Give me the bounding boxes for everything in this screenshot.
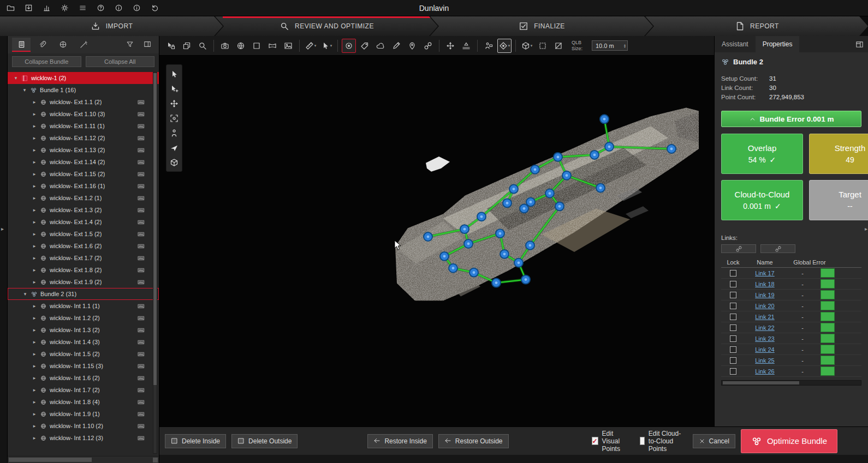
open-project-icon[interactable] (5, 3, 15, 13)
delete-inside-button[interactable]: Delete Inside (165, 434, 226, 448)
panel-toggle-icon[interactable] (140, 38, 154, 52)
caret-right-icon[interactable]: ▸ (32, 135, 37, 141)
lock-checkbox[interactable] (730, 324, 736, 331)
lock-checkbox[interactable] (730, 335, 736, 342)
limit-box-icon[interactable]: ▾ (520, 39, 534, 53)
filter-icon[interactable] (123, 38, 137, 52)
tree-row[interactable]: ▸wicklow- Int 1.10 (2) (8, 420, 159, 432)
tree-scrollbar-thumb[interactable] (153, 73, 157, 385)
tree-row[interactable]: ▸wicklow- Ext 1.15 (2) (8, 168, 159, 180)
qlb-stepper[interactable] (624, 44, 626, 48)
cancel-button[interactable]: Cancel (693, 434, 735, 448)
tree-row[interactable]: ▸wicklow- Ext 1.7 (2) (8, 252, 159, 264)
link-name[interactable]: Link 18 (755, 281, 774, 287)
undo-icon[interactable] (150, 3, 159, 13)
caret-right-icon[interactable]: ▸ (32, 339, 37, 345)
auto-link-icon[interactable] (421, 39, 435, 53)
panel-layout-icon[interactable] (851, 36, 868, 52)
caret-down-icon[interactable]: ▾ (22, 87, 27, 93)
create-link-button[interactable] (721, 244, 756, 253)
quality-tile-overlap[interactable]: Overlap54 %✓ (721, 134, 803, 174)
tree-row[interactable]: ▸wicklow- Int 1.15 (3) (8, 360, 159, 372)
viewport-3d[interactable] (159, 56, 714, 426)
pan-tool[interactable] (167, 96, 182, 111)
caret-right-icon[interactable]: ▸ (32, 159, 37, 165)
pano-capture-icon[interactable] (234, 39, 248, 53)
tree-row[interactable]: ▾Bundle 2 (31) (8, 288, 159, 300)
tree-row[interactable]: ▸wicklow- Ext 1.3 (2) (8, 204, 159, 216)
targets-icon[interactable] (342, 39, 356, 53)
visual-align-icon[interactable]: ▾ (497, 39, 512, 53)
qlb-size-input[interactable]: 10.0 m (592, 40, 628, 51)
tree-row[interactable]: ▸wicklow- Int 1.4 (3) (8, 336, 159, 348)
link-name[interactable]: Link 24 (755, 346, 774, 353)
tree-row[interactable]: ▸wicklow- Int 1.5 (2) (8, 348, 159, 360)
caret-right-icon[interactable]: ▸ (32, 375, 37, 381)
lock-checkbox[interactable] (730, 314, 736, 320)
restore-outside-button[interactable]: Restore Outside (438, 434, 509, 448)
caret-right-icon[interactable]: ▸ (32, 423, 37, 429)
view-cube-tool[interactable] (167, 155, 182, 170)
collapse-bundle-button[interactable]: Collapse Bundle (12, 56, 81, 67)
quality-tile-target[interactable]: Target-- (809, 180, 868, 220)
tree-row[interactable]: ▸wicklow- Ext 1.16 (1) (8, 180, 159, 192)
zoom-fit-tool[interactable] (167, 111, 182, 125)
caret-right-icon[interactable]: ▸ (32, 111, 37, 117)
tree-row[interactable]: ▸wicklow- Ext 1.2 (1) (8, 192, 159, 204)
link-name[interactable]: Link 26 (755, 368, 774, 375)
caret-right-icon[interactable]: ▸ (32, 123, 37, 129)
caret-right-icon[interactable]: ▸ (32, 363, 37, 369)
tree-row[interactable]: ▸wicklow- Ext 1.6 (2) (8, 240, 159, 252)
tree-row[interactable]: ▸wicklow- Ext 1.13 (2) (8, 144, 159, 156)
collapse-all-button[interactable]: Collapse All (86, 56, 155, 67)
tab-properties[interactable]: Properties (756, 36, 800, 52)
checkbox-box[interactable] (640, 437, 645, 445)
lock-checkbox[interactable] (730, 292, 736, 298)
move-setup-icon[interactable] (443, 39, 457, 53)
links-table-hscrollbar[interactable] (721, 380, 861, 386)
lock-checkbox[interactable] (730, 368, 736, 375)
tree-row[interactable]: ▸wicklow- Int 1.12 (3) (8, 432, 159, 444)
caret-right-icon[interactable]: ▸ (32, 315, 37, 321)
cloud-points-icon[interactable] (373, 39, 388, 53)
sites-tab-icon[interactable] (53, 38, 72, 52)
setup-cam-icon[interactable] (481, 39, 496, 53)
tab-assistant[interactable]: Assistant (715, 36, 756, 52)
tree-row[interactable]: ▾Bundle 1 (16) (8, 84, 159, 96)
zoom-window-icon[interactable] (195, 39, 210, 53)
caret-right-icon[interactable]: ▸ (32, 267, 37, 273)
edit-points-icon[interactable] (389, 39, 403, 53)
select-tool[interactable] (167, 67, 182, 81)
tree-row[interactable]: ▸wicklow- Ext 1.8 (2) (8, 264, 159, 276)
workflow-step-report[interactable]: REPORT (645, 16, 868, 36)
tree-row[interactable]: ▸wicklow- Ext 1.11 (1) (8, 120, 159, 132)
tags-icon[interactable] (358, 39, 372, 53)
caret-right-icon[interactable]: ▸ (32, 303, 37, 309)
tree-row[interactable]: ▸wicklow- Ext 1.4 (2) (8, 216, 159, 228)
link-name[interactable]: Link 22 (755, 324, 774, 331)
caret-right-icon[interactable]: ▸ (32, 243, 37, 249)
tree-row[interactable]: ▾wicklow-1 (2) (8, 72, 159, 84)
report-chart-icon[interactable] (41, 3, 51, 13)
panel-collapse-handle[interactable]: ▸ (865, 226, 867, 232)
link-name[interactable]: Link 23 (755, 335, 774, 342)
link-name[interactable]: Link 19 (755, 292, 774, 298)
workflow-step-review-and-optimize[interactable]: REVIEW AND OPTIMIZE (215, 16, 438, 36)
caret-right-icon[interactable]: ▸ (32, 399, 37, 405)
quality-tile-cloud-to-cloud[interactable]: Cloud-to-Cloud0.001 m✓ (721, 180, 803, 220)
workflow-step-finalize[interactable]: FINALIZE (430, 16, 653, 36)
caret-right-icon[interactable]: ▸ (32, 255, 37, 261)
point-cloud-view[interactable] (159, 56, 714, 426)
tree-row[interactable]: ▸wicklow- Int 1.3 (2) (8, 324, 159, 336)
caret-right-icon[interactable]: ▸ (32, 411, 37, 417)
walk-tool[interactable] (167, 125, 182, 140)
tree-row[interactable]: ▸wicklow- Int 1.2 (2) (8, 312, 159, 324)
quality-tile-strength[interactable]: Strength49 (809, 134, 868, 174)
edit-cloud-points-checkbox[interactable]: Edit Cloud-to-Cloud Points (640, 430, 687, 453)
tree-row[interactable]: ▸wicklow- Ext 1.9 (2) (8, 276, 159, 288)
geo-pin-icon[interactable] (405, 39, 419, 53)
slice-icon[interactable] (551, 39, 566, 53)
caret-down-icon[interactable]: ▾ (13, 75, 19, 81)
job-list-icon[interactable] (78, 3, 87, 13)
link-name[interactable]: Link 17 (755, 270, 774, 276)
